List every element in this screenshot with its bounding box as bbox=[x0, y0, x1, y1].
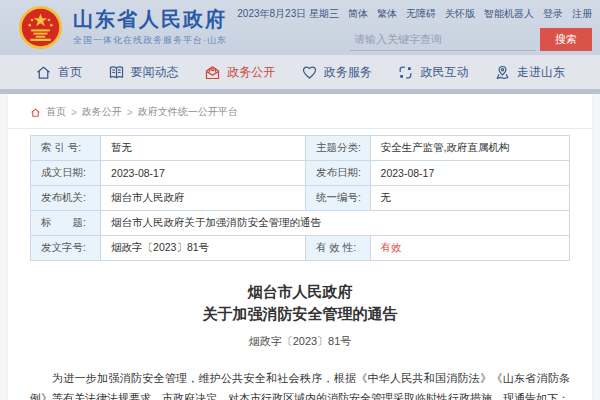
book-icon bbox=[108, 64, 125, 81]
link-care-version[interactable]: 关怀版 bbox=[445, 7, 475, 21]
breadcrumb-disclosure[interactable]: 政务公开 bbox=[82, 105, 122, 119]
search-button[interactable]: 搜索 bbox=[540, 28, 592, 51]
nav-label: 要闻动态 bbox=[131, 64, 179, 81]
envelope-open-icon bbox=[204, 64, 221, 81]
meta-value-written-date: 2023-08-17 bbox=[101, 161, 306, 186]
nav-label: 政务服务 bbox=[324, 64, 372, 81]
breadcrumb-separator: > bbox=[127, 107, 133, 118]
meta-value-publish-date: 2023-08-17 bbox=[370, 161, 569, 186]
heart-icon bbox=[301, 64, 318, 81]
meta-value-index-no: 暂无 bbox=[101, 136, 306, 161]
breadcrumb-separator: > bbox=[71, 107, 77, 118]
breadcrumb-platform[interactable]: 政府文件统一公开平台 bbox=[138, 105, 238, 119]
meta-label-index-no: 索 引 号: bbox=[31, 136, 101, 161]
document-body-paragraph: 为进一步加强消防安全管理，维护公共安全和社会秩序，根据《中华人民共和国消防法》《… bbox=[30, 368, 570, 400]
site-subtitle: 全国一体化在线政务服务平台·山东 bbox=[73, 34, 227, 47]
document-title-line2: 关于加强消防安全管理的通告 bbox=[8, 303, 592, 325]
breadcrumb: 首页 > 政务公开 > 政府文件统一公开平台 bbox=[8, 94, 592, 129]
table-row: 成文日期: 2023-08-17 发布日期: 2023-08-17 bbox=[31, 161, 570, 186]
nav-item-services[interactable]: 政务服务 bbox=[301, 64, 372, 81]
meta-label-doc-number: 发文字号: bbox=[31, 236, 101, 261]
nav-item-news[interactable]: 要闻动态 bbox=[108, 64, 179, 81]
site-title: 山东省人民政府 bbox=[73, 8, 227, 31]
table-row: 索 引 号: 暂无 主题分类: 安全生产监管,政府直属机构 bbox=[31, 136, 570, 161]
nav-label: 政务公开 bbox=[227, 64, 275, 81]
nav-label: 走进山东 bbox=[517, 64, 565, 81]
meta-label-title: 标 题: bbox=[31, 211, 101, 236]
search-input[interactable] bbox=[350, 28, 536, 51]
interaction-icon bbox=[397, 64, 414, 81]
document-meta-table: 索 引 号: 暂无 主题分类: 安全生产监管,政府直属机构 成文日期: 2023… bbox=[30, 135, 570, 261]
link-login[interactable]: 登录 bbox=[543, 7, 563, 21]
meta-value-validity: 有效 bbox=[370, 236, 569, 261]
meta-value-doc-number: 烟政字〔2023〕81号 bbox=[101, 236, 306, 261]
link-accessibility[interactable]: 无障碍 bbox=[406, 7, 436, 21]
nav-item-home[interactable]: 首页 bbox=[35, 64, 82, 81]
link-simplified[interactable]: 简体 bbox=[348, 7, 368, 21]
document-title-block: 烟台市人民政府 关于加强消防安全管理的通告 烟政字〔2023〕81号 bbox=[8, 281, 592, 349]
meta-value-category: 安全生产监管,政府直属机构 bbox=[370, 136, 569, 161]
main-content: 首页 > 政务公开 > 政府文件统一公开平台 索 引 号: 暂无 主题分类: 安… bbox=[8, 94, 592, 400]
site-header: 山东省人民政府 全国一体化在线政务服务平台·山东 2023年8月23日 星期三 … bbox=[0, 0, 600, 55]
link-robot[interactable]: 智能机器人 bbox=[484, 7, 534, 21]
breadcrumb-home[interactable]: 首页 bbox=[46, 105, 66, 119]
meta-value-unified-no: 无 bbox=[370, 186, 569, 211]
document-title-line1: 烟台市人民政府 bbox=[8, 281, 592, 303]
document-number: 烟政字〔2023〕81号 bbox=[8, 334, 592, 349]
meta-value-issuing-agency: 烟台市人民政府 bbox=[101, 186, 306, 211]
table-row: 发布机关: 烟台市人民政府 统一编号: 无 bbox=[31, 186, 570, 211]
nav-item-visit-shandong[interactable]: 走进山东 bbox=[494, 64, 565, 81]
nav-item-disclosure[interactable]: 政务公开 bbox=[204, 64, 275, 81]
nav-label: 首页 bbox=[58, 64, 82, 81]
site-logo[interactable]: 山东省人民政府 全国一体化在线政务服务平台·山东 bbox=[18, 5, 227, 50]
home-icon bbox=[35, 64, 52, 81]
meta-label-publish-date: 发布日期: bbox=[305, 161, 370, 186]
utility-bar: 2023年8月23日 星期三 简体 繁体 无障碍 关怀版 智能机器人 登录 注册 bbox=[237, 7, 592, 21]
meta-label-issuing-agency: 发布机关: bbox=[31, 186, 101, 211]
home-icon bbox=[30, 107, 41, 118]
table-row: 标 题: 烟台市人民政府关于加强消防安全管理的通告 bbox=[31, 211, 570, 236]
search-bar: 搜索 bbox=[350, 28, 592, 51]
current-date: 2023年8月23日 星期三 bbox=[237, 7, 339, 21]
meta-label-validity: 有 效 性: bbox=[305, 236, 370, 261]
table-row: 发文字号: 烟政字〔2023〕81号 有 效 性: 有效 bbox=[31, 236, 570, 261]
meta-label-unified-no: 统一编号: bbox=[305, 186, 370, 211]
national-emblem-icon bbox=[18, 5, 63, 50]
link-traditional[interactable]: 繁体 bbox=[377, 7, 397, 21]
meta-value-title: 烟台市人民政府关于加强消防安全管理的通告 bbox=[101, 211, 570, 236]
main-nav: 首页 要闻动态 政务公开 政务服务 政民互动 bbox=[0, 55, 600, 94]
nav-label: 政民互动 bbox=[420, 64, 468, 81]
meta-label-written-date: 成文日期: bbox=[31, 161, 101, 186]
meta-label-category: 主题分类: bbox=[305, 136, 370, 161]
nav-item-interaction[interactable]: 政民互动 bbox=[397, 64, 468, 81]
link-register[interactable]: 注册 bbox=[572, 7, 592, 21]
map-pin-icon bbox=[494, 64, 511, 81]
